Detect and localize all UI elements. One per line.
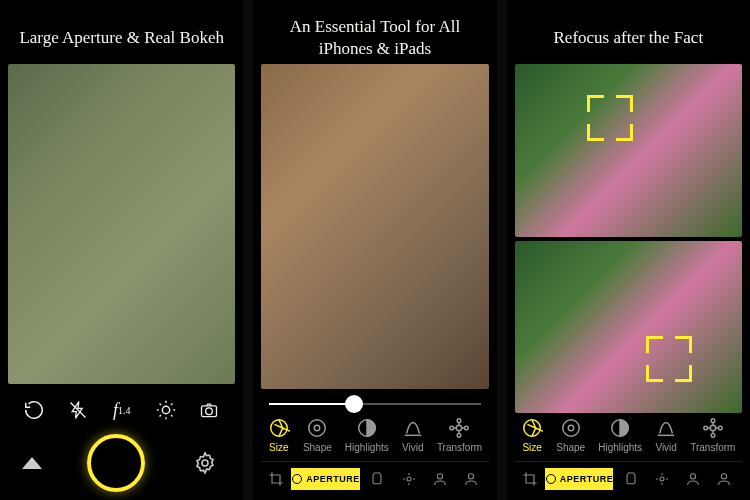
tool-tabs: Size Shape Highlights Vivid Transform [515, 413, 742, 461]
svg-point-15 [407, 477, 411, 481]
svg-point-5 [271, 420, 288, 437]
svg-point-11 [458, 434, 462, 438]
crop-icon[interactable] [519, 468, 541, 490]
svg-point-27 [546, 475, 555, 484]
mode-portrait-icon[interactable] [426, 468, 453, 490]
mode-aperture[interactable]: APERTURE [545, 468, 614, 490]
svg-point-16 [437, 474, 442, 479]
svg-point-25 [704, 426, 708, 430]
mode-filter-icon[interactable] [711, 468, 738, 490]
crop-icon[interactable] [265, 468, 287, 490]
mode-effects-icon[interactable] [648, 468, 675, 490]
svg-point-23 [711, 419, 715, 423]
svg-point-17 [468, 474, 473, 479]
svg-point-20 [568, 425, 574, 431]
svg-point-14 [293, 475, 302, 484]
svg-point-29 [691, 474, 696, 479]
svg-point-18 [524, 420, 541, 437]
aperture-value[interactable]: f1.4 [106, 394, 138, 426]
svg-point-4 [202, 460, 208, 466]
shutter-button[interactable] [87, 434, 145, 492]
adjustment-slider[interactable] [261, 389, 488, 413]
tool-shape[interactable]: Shape [556, 417, 585, 453]
photo-before[interactable] [515, 64, 742, 237]
screenshot-panel-1: Large Aperture & Real Bokeh f1.4 [0, 0, 243, 500]
mode-filter-icon[interactable] [457, 468, 484, 490]
svg-point-7 [315, 425, 321, 431]
svg-point-26 [718, 426, 722, 430]
photo-preview[interactable] [8, 64, 235, 384]
svg-point-1 [162, 406, 169, 413]
tool-shape[interactable]: Shape [303, 417, 332, 453]
svg-point-3 [206, 408, 213, 415]
tool-tabs: Size Shape Highlights Vivid Transform [261, 413, 488, 461]
svg-point-28 [660, 477, 664, 481]
rotate-icon[interactable] [18, 394, 50, 426]
expand-icon[interactable] [22, 457, 42, 469]
tool-vivid[interactable]: Vivid [655, 417, 677, 453]
mode-lighting-icon[interactable] [364, 468, 391, 490]
tool-vivid[interactable]: Vivid [402, 417, 424, 453]
photo-compare [515, 64, 742, 413]
panel-title: Refocus after the Fact [515, 12, 742, 64]
svg-point-12 [450, 426, 454, 430]
tool-size[interactable]: Size [268, 417, 290, 453]
camera-flip-icon[interactable] [193, 394, 225, 426]
bottom-toolbar: APERTURE [261, 461, 488, 492]
panel-title: Large Aperture & Real Bokeh [8, 12, 235, 64]
mode-effects-icon[interactable] [395, 468, 422, 490]
bottom-toolbar: APERTURE [515, 461, 742, 492]
tool-size[interactable]: Size [521, 417, 543, 453]
svg-point-30 [722, 474, 727, 479]
mode-lighting-icon[interactable] [617, 468, 644, 490]
focus-bracket-icon[interactable] [587, 95, 633, 141]
svg-point-6 [309, 420, 326, 437]
camera-controls: f1.4 [8, 384, 235, 492]
mode-aperture[interactable]: APERTURE [291, 468, 360, 490]
svg-point-19 [562, 420, 579, 437]
svg-point-24 [711, 434, 715, 438]
tool-highlights[interactable]: Highlights [598, 417, 642, 453]
photo-after[interactable] [515, 241, 742, 414]
photo-preview[interactable] [261, 64, 488, 389]
tool-highlights[interactable]: Highlights [345, 417, 389, 453]
tool-transform[interactable]: Transform [437, 417, 482, 453]
tool-transform[interactable]: Transform [690, 417, 735, 453]
panel-title: An Essential Tool for All iPhones & iPad… [261, 12, 488, 64]
settings-icon[interactable] [189, 447, 221, 479]
focus-bracket-icon[interactable] [646, 336, 692, 382]
screenshot-panel-3: Refocus after the Fact Size Shape Highli… [507, 0, 750, 500]
svg-point-10 [458, 419, 462, 423]
mode-portrait-icon[interactable] [680, 468, 707, 490]
screenshot-panel-2: An Essential Tool for All iPhones & iPad… [253, 0, 496, 500]
brightness-icon[interactable] [150, 394, 182, 426]
svg-point-13 [465, 426, 469, 430]
flash-off-icon[interactable] [62, 394, 94, 426]
